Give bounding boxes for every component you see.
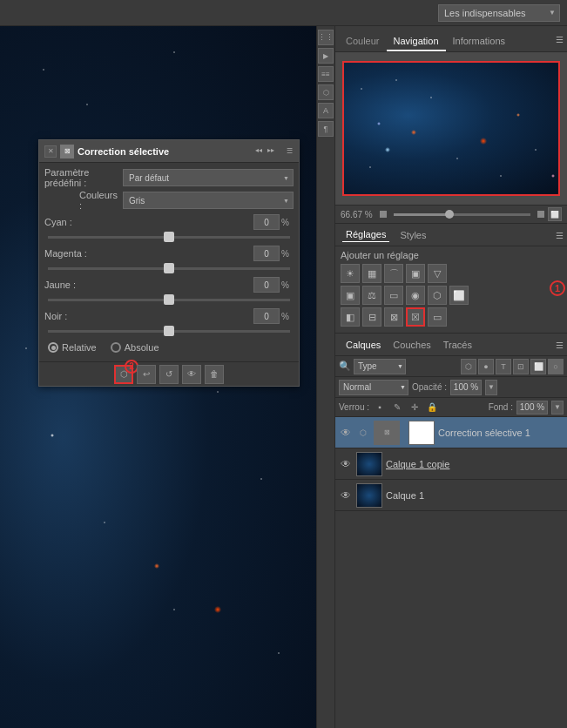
slider-track — [48, 267, 290, 270]
blend-row: Normal Opacité : 100 % ▼ — [335, 377, 567, 398]
nav-preview — [335, 52, 567, 205]
prop-btn-prev[interactable]: ↩ — [137, 365, 156, 384]
lock-all[interactable]: 🔒 — [425, 401, 439, 415]
filter-btn-4[interactable]: ⊡ — [513, 359, 529, 374]
adj-btn-colorbalance[interactable]: ⚖ — [362, 286, 381, 305]
slider-noir-val[interactable]: 0 — [253, 308, 280, 324]
adj-btn-vibrance[interactable]: ▽ — [428, 264, 447, 283]
adj-btn-curves[interactable]: ⌒ — [384, 264, 403, 283]
zoom-in-btn[interactable] — [537, 211, 544, 218]
slider-jaune-label: Jaune : — [44, 280, 123, 290]
radio-absolue[interactable]: Absolue — [111, 342, 159, 353]
panel-menu-icon[interactable]: ☰ — [556, 34, 564, 44]
tab-styles[interactable]: Styles — [396, 228, 429, 242]
sidebar-btn-3[interactable]: ⬡ — [318, 84, 334, 100]
slider-track — [48, 299, 290, 301]
tab-couches[interactable]: Couches — [389, 338, 434, 352]
fill-arrow[interactable]: ▼ — [551, 401, 564, 415]
sidebar-btn-2[interactable]: ≡≡ — [318, 66, 334, 82]
zoom-out-btn[interactable] — [380, 211, 387, 218]
slider-jaune: Jaune : 0 % — [44, 276, 294, 306]
tab-calques[interactable]: Calques — [342, 338, 384, 352]
prop-close-btn[interactable]: ✕ — [44, 145, 57, 158]
adj-btn-threshold[interactable]: ⊠ — [384, 307, 403, 327]
layer-row[interactable]: 👁 Calque 1 — [335, 480, 567, 511]
adj-btn-brightness[interactable]: ☀ — [341, 264, 360, 283]
slider-magenta-val[interactable]: 0 — [253, 246, 280, 261]
filter-btn-2[interactable]: ● — [478, 359, 494, 374]
zoom-reset-btn[interactable]: ⬜ — [548, 207, 562, 221]
adj-icons-row-2: ▣ ⚖ ▭ ◉ ⬡ ⬜ 1 — [341, 286, 562, 305]
opacity-arrow[interactable]: ▼ — [485, 380, 497, 395]
sidebar-btn-para[interactable]: ¶ — [318, 121, 334, 137]
adj-btn-hsl[interactable]: ▣ — [341, 286, 360, 305]
tab-informations[interactable]: Informations — [446, 32, 513, 51]
prop-btn-clip[interactable]: ⬡ 2 — [114, 365, 133, 384]
slider-cyan-val[interactable]: 0 — [253, 214, 280, 230]
layer-type-dropdown[interactable]: Type — [354, 359, 406, 374]
sidebar-btn-A[interactable]: A — [318, 103, 334, 118]
prop-btn-view[interactable]: 👁 — [182, 365, 201, 384]
expand-btn-1[interactable]: ◂◂ — [255, 146, 266, 157]
expand-btn-2[interactable]: ▸▸ — [267, 146, 278, 157]
lock-position[interactable]: ✛ — [408, 401, 422, 415]
adj-btn-channelmixer[interactable]: ⬡ — [428, 286, 447, 305]
slider-cyan-label: Cyan : — [44, 217, 123, 227]
tab-couleur[interactable]: Couleur — [339, 32, 387, 51]
filter-btn-5[interactable]: ⬜ — [530, 359, 546, 374]
sidebar-btn-play[interactable]: ▶ — [318, 48, 334, 64]
layers-menu-icon[interactable]: ☰ — [556, 340, 564, 349]
color-dropdown[interactable]: Gris — [123, 192, 294, 209]
lock-transparency[interactable]: ▪ — [373, 401, 387, 415]
adj-btn-selectivecolor[interactable]: ☒ — [406, 307, 425, 327]
badge-1: 1 — [550, 280, 565, 296]
lock-brush[interactable]: ✎ — [390, 401, 404, 415]
slider-thumb — [164, 294, 174, 305]
adj-btn-exposure[interactable]: ▣ — [406, 264, 425, 283]
fill-value[interactable]: 100 % — [516, 401, 548, 415]
slider-thumb — [164, 326, 174, 336]
layer-mask-white — [409, 421, 434, 444]
prop-btn-delete[interactable]: 🗑 — [205, 365, 224, 384]
slider-magenta-track[interactable] — [44, 262, 294, 274]
slider-jaune-track[interactable] — [44, 293, 294, 306]
opacity-value[interactable]: 100 % — [450, 380, 482, 395]
zoom-slider[interactable] — [394, 213, 530, 216]
slider-cyan-track[interactable] — [44, 231, 294, 243]
adj-btn-bw[interactable]: ▭ — [384, 286, 403, 305]
sidebar-btn-1[interactable]: ⋮⋮ — [318, 30, 334, 45]
preset-dropdown[interactable]: Les indispensables — [438, 4, 560, 22]
tab-traces[interactable]: Tracés — [440, 338, 476, 352]
preset-dropdown-prop[interactable]: Par défaut — [123, 169, 294, 186]
filter-toggle[interactable]: ○ — [548, 359, 564, 374]
adj-btn-gradient[interactable]: ▭ — [428, 307, 447, 327]
filter-btn-3[interactable]: T — [496, 359, 511, 374]
layer-visibility-2[interactable]: 👁 — [339, 489, 353, 502]
adj-btn-photofilter[interactable]: ◉ — [406, 286, 425, 305]
adj-btn-levels[interactable]: ▦ — [362, 264, 381, 283]
blend-mode-dropdown[interactable]: Normal — [339, 380, 408, 395]
preset-row: Paramètre prédéfini : Par défaut — [44, 168, 294, 187]
prop-btn-reset[interactable]: ↺ — [159, 365, 179, 384]
tab-navigation[interactable]: Navigation — [387, 32, 446, 51]
adj-btn-colorsearch[interactable]: ⬜ — [449, 286, 469, 305]
radio-relative[interactable]: Relative — [48, 342, 97, 353]
search-icon: 🔍 — [339, 361, 351, 372]
prop-header: ✕ ⊠ Correction sélective ◂◂ ▸▸ ☰ — [39, 140, 299, 163]
layer-visibility-1[interactable]: 👁 — [339, 457, 353, 471]
layer-visibility-0[interactable]: 👁 — [339, 426, 353, 440]
filter-btn-1[interactable]: ⬡ — [461, 359, 476, 374]
layer-row[interactable]: 👁 ⬡ ⊠ Correction sélective 1 — [335, 417, 567, 448]
slider-cyan: Cyan : 0 % — [44, 213, 294, 243]
reglage-menu-icon[interactable]: ☰ — [556, 230, 564, 239]
adj-btn-invert[interactable]: ◧ — [341, 307, 360, 327]
nav-preview-image[interactable] — [342, 61, 560, 196]
adj-btn-posterize[interactable]: ⊟ — [362, 307, 381, 327]
layers-section: Calques Couches Tracés ☰ 🔍 Type ⬡ ● T ⊡ … — [335, 334, 567, 728]
layer-row[interactable]: 👁 Calque 1 copie — [335, 448, 567, 480]
slider-jaune-val[interactable]: 0 — [253, 277, 280, 293]
prop-menu-btn[interactable]: ☰ — [283, 145, 295, 158]
tab-reglages[interactable]: Réglages — [342, 227, 389, 242]
slider-noir-track[interactable] — [44, 325, 294, 337]
properties-panel: ✕ ⊠ Correction sélective ◂◂ ▸▸ ☰ Paramèt… — [38, 139, 300, 387]
